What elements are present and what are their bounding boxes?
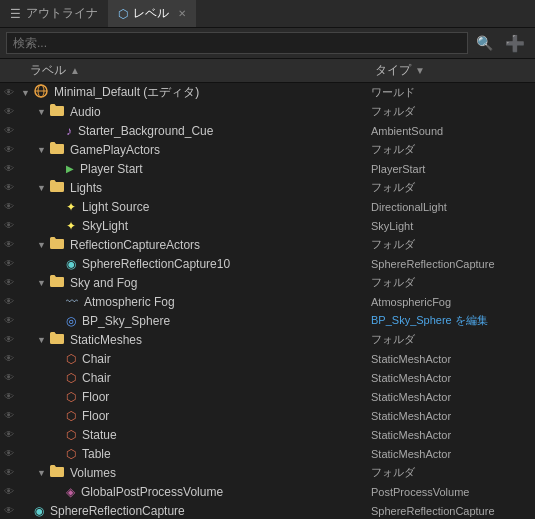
visibility-icon[interactable]: 👁 [0,144,18,155]
tree-row[interactable]: 👁▼Volumesフォルダ [0,463,535,482]
tree-row[interactable]: 👁⬡FloorStaticMeshActor [0,387,535,406]
tree-cell-type: SphereReflectionCapture [371,505,531,517]
tree-row[interactable]: 👁◈GlobalPostProcessVolumePostProcessVolu… [0,482,535,501]
visibility-icon[interactable]: 👁 [0,429,18,440]
visibility-icon[interactable]: 👁 [0,201,18,212]
tree-row[interactable]: 👁⬡TableStaticMeshActor [0,444,535,463]
visibility-icon[interactable]: 👁 [0,315,18,326]
tab-bar: ☰ アウトライナ ⬡ レベル ✕ [0,0,535,28]
visibility-icon[interactable]: 👁 [0,353,18,364]
tree-row[interactable]: 👁▼Audioフォルダ [0,102,535,121]
tree-cell-type: フォルダ [371,180,531,195]
tree-row[interactable]: 👁▼GamePlayActorsフォルダ [0,140,535,159]
node-icon: ◉ [66,257,76,271]
label-sort-arrow: ▲ [70,65,80,76]
tree-row[interactable]: 👁◉SphereReflectionCaptureSphereReflectio… [0,501,535,519]
tree-row[interactable]: 👁▼ReflectionCaptureActorsフォルダ [0,235,535,254]
tree-row[interactable]: 👁⬡ChairStaticMeshActor [0,368,535,387]
expand-arrow-icon[interactable]: ▼ [37,107,47,117]
node-label-text: StaticMeshes [70,333,142,347]
tab-outliner[interactable]: ☰ アウトライナ [0,0,108,27]
tree-row[interactable]: 👁▶Player StartPlayerStart [0,159,535,178]
node-label-text: Chair [82,352,111,366]
node-label-text: Minimal_Default (エディタ) [54,84,199,101]
expand-arrow-icon[interactable]: ▼ [37,183,47,193]
visibility-icon[interactable]: 👁 [0,391,18,402]
expand-arrow-icon[interactable]: ▼ [37,145,47,155]
expand-arrow-icon[interactable]: ▼ [21,88,31,98]
tree-row[interactable]: 👁⬡ChairStaticMeshActor [0,349,535,368]
type-sort-arrow: ▼ [415,65,425,76]
type-col-header[interactable]: タイプ [375,62,411,79]
tree-cell-type: フォルダ [371,237,531,252]
node-icon [50,332,64,347]
visibility-icon[interactable]: 👁 [0,258,18,269]
tree-row[interactable]: 👁▼Lightsフォルダ [0,178,535,197]
tree-row[interactable]: 👁✦Light SourceDirectionalLight [0,197,535,216]
tree-cell-type[interactable]: BP_Sky_Sphere を編集 [371,313,531,328]
node-icon [50,104,64,119]
tree-row[interactable]: 👁♪Starter_Background_CueAmbientSound [0,121,535,140]
node-icon: ✦ [66,200,76,214]
visibility-icon[interactable]: 👁 [0,163,18,174]
visibility-icon[interactable]: 👁 [0,87,18,98]
visibility-icon[interactable]: 👁 [0,372,18,383]
node-icon [50,465,64,480]
search-button[interactable]: 🔍 [472,35,497,51]
tree-row[interactable]: 👁⬡StatueStaticMeshActor [0,425,535,444]
tree-cell-type: StaticMeshActor [371,353,531,365]
tree-cell-label: ⬡Chair [18,371,371,385]
expand-arrow-icon[interactable]: ▼ [37,278,47,288]
tab-close-icon[interactable]: ✕ [178,8,186,19]
tree-cell-type: DirectionalLight [371,201,531,213]
node-label-text: SkyLight [82,219,128,233]
visibility-icon[interactable]: 👁 [0,296,18,307]
tab-level[interactable]: ⬡ レベル ✕ [108,0,196,27]
visibility-icon[interactable]: 👁 [0,486,18,497]
tree-cell-type: PostProcessVolume [371,486,531,498]
tree-row[interactable]: 👁〰Atmospheric FogAtmosphericFog [0,292,535,311]
node-label-text: Table [82,447,111,461]
visibility-icon[interactable]: 👁 [0,182,18,193]
tree-cell-label: ▼Audio [18,104,371,119]
node-label-text: Floor [82,390,109,404]
visibility-icon[interactable]: 👁 [0,106,18,117]
search-input[interactable] [6,32,468,54]
visibility-icon[interactable]: 👁 [0,448,18,459]
tree-row[interactable]: 👁▼StaticMeshesフォルダ [0,330,535,349]
tree-cell-label: ◈GlobalPostProcessVolume [18,485,371,499]
tree-cell-type: フォルダ [371,465,531,480]
tree-row[interactable]: 👁▼Minimal_Default (エディタ)ワールド [0,83,535,102]
visibility-icon[interactable]: 👁 [0,467,18,478]
node-icon [34,84,48,101]
tree-cell-label: ◎BP_Sky_Sphere [18,314,371,328]
visibility-icon[interactable]: 👁 [0,277,18,288]
expand-arrow-icon[interactable]: ▼ [37,240,47,250]
tree-cell-type: PlayerStart [371,163,531,175]
add-button[interactable]: ➕ [501,34,529,53]
node-icon: ⬡ [66,409,76,423]
tree-cell-type: StaticMeshActor [371,448,531,460]
tree-cell-label: ▼GamePlayActors [18,142,371,157]
visibility-icon[interactable]: 👁 [0,505,18,516]
visibility-icon[interactable]: 👁 [0,334,18,345]
label-col-header[interactable]: ラベル [30,62,66,79]
tree-cell-type: SkyLight [371,220,531,232]
tree-cell-label: ▶Player Start [18,162,371,176]
tree-cell-label: ⬡Floor [18,390,371,404]
tree-cell-label: ♪Starter_Background_Cue [18,124,371,138]
tree-row[interactable]: 👁◎BP_Sky_SphereBP_Sky_Sphere を編集 [0,311,535,330]
visibility-icon[interactable]: 👁 [0,410,18,421]
tree-row[interactable]: 👁▼Sky and Fogフォルダ [0,273,535,292]
tree-row[interactable]: 👁⬡FloorStaticMeshActor [0,406,535,425]
expand-arrow-icon[interactable]: ▼ [37,335,47,345]
tree-row[interactable]: 👁◉SphereReflectionCapture10SphereReflect… [0,254,535,273]
visibility-icon[interactable]: 👁 [0,220,18,231]
tree-row[interactable]: 👁✦SkyLightSkyLight [0,216,535,235]
expand-arrow-icon[interactable]: ▼ [37,468,47,478]
visibility-icon[interactable]: 👁 [0,239,18,250]
visibility-icon[interactable]: 👁 [0,125,18,136]
node-label-text: ReflectionCaptureActors [70,238,200,252]
tree-cell-label: ▼Lights [18,180,371,195]
tree-content: 👁▼Minimal_Default (エディタ)ワールド👁▼Audioフォルダ👁… [0,83,535,519]
